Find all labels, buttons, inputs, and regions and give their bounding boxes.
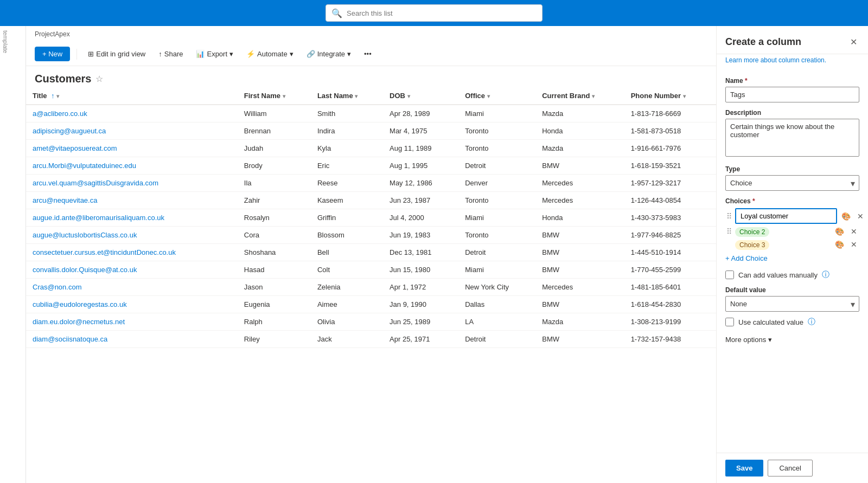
drag-handle-2[interactable]: ⠿ (725, 226, 733, 237)
drag-handle-1[interactable]: ⠿ (725, 211, 733, 222)
table-cell: 1-618-159-3521 (624, 157, 716, 175)
choice-2-wrapper: Choice 2 (735, 227, 831, 237)
integrate-button[interactable]: 🔗 Integrate ▾ (302, 47, 355, 61)
table-row[interactable]: cubilia@eudoloregestas.co.ukEugeniaAimee… (26, 296, 716, 313)
default-value-select[interactable]: None (725, 296, 859, 312)
more-toolbar-button[interactable]: ••• (360, 47, 376, 61)
table-row[interactable]: augue@luctuslobortisClass.co.ukCoraBloss… (26, 227, 716, 244)
choice-2-palette-button[interactable]: 🎨 (833, 226, 846, 237)
description-textarea[interactable] (725, 119, 859, 157)
table-cell: Aug 11, 1989 (383, 140, 458, 157)
table-row[interactable]: adipiscing@augueut.caBrennanIndiraMar 4,… (26, 123, 716, 140)
more-options-button[interactable]: More options ▾ (725, 331, 772, 348)
table-cell: Apr 25, 1971 (383, 331, 458, 348)
export-button[interactable]: 📊 Export ▾ (192, 47, 238, 61)
table-cell: Eugenia (238, 296, 311, 313)
table-cell: Reese (311, 175, 383, 192)
panel-body: Name * Description Type Choice Choices * (717, 70, 868, 453)
table-cell: Griffin (311, 209, 383, 227)
favorite-star-icon[interactable]: ☆ (95, 74, 103, 84)
row-link[interactable]: arcu.Morbi@vulputateduinec.edu (33, 162, 136, 170)
table-cell: BMW (535, 331, 624, 348)
choice-1-palette-button[interactable]: 🎨 (839, 211, 853, 222)
table-cell: augue@luctuslobortisClass.co.uk (26, 227, 238, 244)
col-header-title[interactable]: Title ↑ ▾ (26, 87, 238, 105)
default-value-label: Default value (725, 286, 859, 294)
search-box[interactable]: 🔍 (326, 4, 542, 22)
table-row[interactable]: diam.eu.dolor@necmetus.netRalphOliviaJun… (26, 313, 716, 331)
table-cell: consectetuer.cursus.et@tinciduntDonec.co… (26, 244, 238, 261)
row-link[interactable]: cubilia@eudoloregestas.co.uk (33, 300, 127, 308)
table-cell: Apr 1, 1972 (383, 279, 458, 296)
type-select-wrapper: Choice (725, 175, 859, 191)
row-link[interactable]: arcu@nequevitae.ca (33, 196, 97, 204)
save-button[interactable]: Save (725, 460, 763, 476)
table-row[interactable]: convallis.dolor.Quisque@at.co.ukHasadCol… (26, 261, 716, 279)
table-cell: New York City (458, 279, 535, 296)
col-header-office[interactable]: Office ▾ (458, 87, 535, 105)
table-cell: Dallas (458, 296, 535, 313)
table-cell: Toronto (458, 140, 535, 157)
row-link[interactable]: augue.id.ante@liberomaurisaliquam.co.uk (33, 214, 164, 222)
edit-grid-button[interactable]: ⊞ Edit in grid view (84, 47, 150, 61)
choice-1-input[interactable] (735, 208, 837, 224)
col-header-phone[interactable]: Phone Number ▾ (624, 87, 716, 105)
choice-2-delete-button[interactable]: ✕ (848, 226, 859, 237)
row-link[interactable]: arcu.vel.quam@sagittisDuisgravida.com (33, 179, 158, 187)
table-cell: Zahir (238, 192, 311, 209)
type-select[interactable]: Choice (725, 175, 859, 191)
project-name: ProjectApex (26, 26, 716, 42)
table-cell: Brennan (238, 123, 311, 140)
use-calculated-checkbox[interactable] (725, 318, 734, 326)
name-input[interactable] (725, 87, 859, 102)
choice-3-delete-button[interactable]: ✕ (848, 239, 859, 250)
table-row[interactable]: amet@vitaeposuereat.comJudahKylaAug 11, … (26, 140, 716, 157)
row-link[interactable]: diam@sociisnatoque.ca (33, 335, 107, 343)
row-link[interactable]: augue@luctuslobortisClass.co.uk (33, 231, 137, 239)
table-cell: 1-916-661-7976 (624, 140, 716, 157)
table-row[interactable]: Cras@non.comJasonZeleniaApr 1, 1972New Y… (26, 279, 716, 296)
col-header-brand[interactable]: Current Brand ▾ (535, 87, 624, 105)
table-cell: BMW (535, 227, 624, 244)
table-cell: 1-770-455-2599 (624, 261, 716, 279)
table-row[interactable]: arcu.vel.quam@sagittisDuisgravida.comIla… (26, 175, 716, 192)
table-row[interactable]: arcu.Morbi@vulputateduinec.eduBrodyEricA… (26, 157, 716, 175)
col-header-lastname[interactable]: Last Name ▾ (311, 87, 383, 105)
table-cell: Toronto (458, 123, 535, 140)
list-title: Customers (35, 73, 91, 85)
choice-1-delete-button[interactable]: ✕ (855, 211, 866, 222)
can-add-manually-info-icon[interactable]: ⓘ (822, 270, 829, 280)
automate-button[interactable]: ⚡ Automate ▾ (242, 47, 298, 61)
table-row[interactable]: consectetuer.cursus.et@tinciduntDonec.co… (26, 244, 716, 261)
search-input[interactable] (347, 9, 537, 17)
choice-3-palette-button[interactable]: 🎨 (833, 239, 846, 250)
table-container[interactable]: Title ↑ ▾ First Name ▾ Last Name ▾ DOB ▾… (26, 87, 716, 483)
choice-2-badge[interactable]: Choice 2 (735, 227, 769, 237)
row-link[interactable]: convallis.dolor.Quisque@at.co.uk (33, 266, 137, 274)
col-header-dob[interactable]: DOB ▾ (383, 87, 458, 105)
choice-3-badge[interactable]: Choice 3 (735, 240, 769, 250)
share-button[interactable]: ↑ Share (154, 47, 187, 61)
row-link[interactable]: a@aclibero.co.uk (33, 110, 87, 118)
learn-more-link[interactable]: Learn more about column creation. (717, 54, 868, 70)
col-phone-icon: ▾ (683, 93, 686, 99)
table-row[interactable]: a@aclibero.co.ukWilliamSmithApr 28, 1989… (26, 105, 716, 123)
row-link[interactable]: amet@vitaeposuereat.com (33, 144, 117, 152)
row-link[interactable]: Cras@non.com (33, 283, 82, 291)
default-value-select-wrapper: None (725, 296, 859, 312)
can-add-manually-checkbox[interactable] (725, 271, 734, 279)
add-choice-button[interactable]: + Add Choice (725, 252, 768, 265)
row-link[interactable]: adipiscing@augueut.ca (33, 127, 106, 135)
col-header-firstname[interactable]: First Name ▾ (238, 87, 311, 105)
table-cell: Zelenia (311, 279, 383, 296)
use-calculated-info-icon[interactable]: ⓘ (808, 317, 815, 327)
table-row[interactable]: augue.id.ante@liberomaurisaliquam.co.ukR… (26, 209, 716, 227)
new-button[interactable]: + New (35, 47, 70, 61)
row-link[interactable]: diam.eu.dolor@necmetus.net (33, 318, 125, 326)
cancel-button[interactable]: Cancel (768, 460, 812, 476)
row-link[interactable]: consectetuer.cursus.et@tinciduntDonec.co… (33, 248, 176, 256)
table-row[interactable]: diam@sociisnatoque.caRileyJackApr 25, 19… (26, 331, 716, 348)
table-row[interactable]: arcu@nequevitae.caZahirKaseemJun 23, 198… (26, 192, 716, 209)
close-panel-button[interactable]: ✕ (848, 35, 859, 49)
table-cell: Honda (535, 209, 624, 227)
